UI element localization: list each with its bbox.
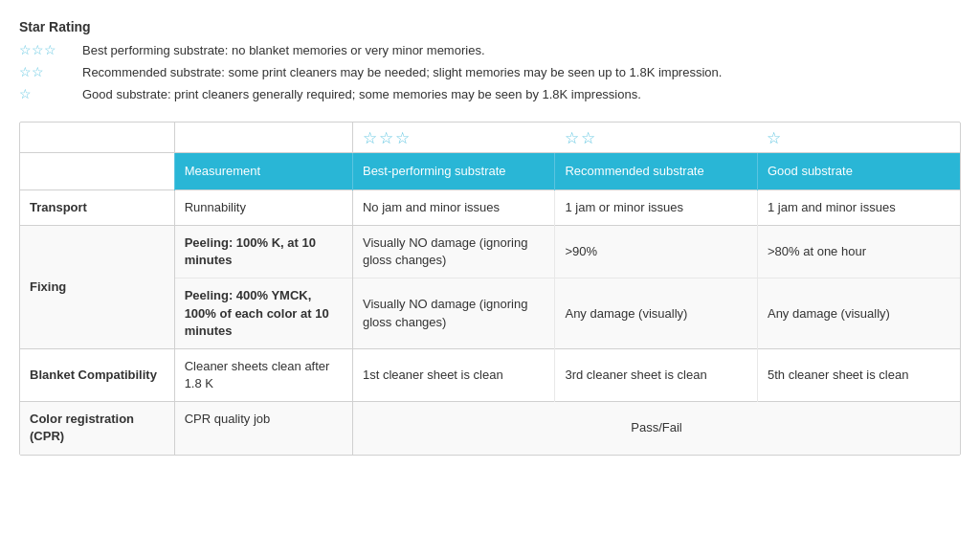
recommended-fixing-1: >90%: [555, 225, 758, 278]
measurement-cleaner: Cleaner sheets clean after 1.8 K: [174, 348, 352, 401]
header-best: Best-performing substrate: [352, 152, 555, 189]
best-fixing-1: Visually NO damage (ignoring gloss chang…: [352, 225, 555, 278]
category-transport: Transport: [20, 189, 174, 225]
table-row-transport: Transport Runnability No jam and minor i…: [20, 189, 960, 225]
header-recommended: Recommended substrate: [555, 152, 758, 189]
category-cpr: Color registration (CPR): [20, 402, 174, 455]
stars-header-row: ☆☆☆ ☆☆ ☆: [20, 123, 960, 153]
recommended-fixing-2: Any damage (visually): [555, 279, 758, 349]
header-measurement: Measurement: [174, 152, 352, 189]
legend-row-3star: ☆☆☆ Best performing substrate: no blanke…: [19, 42, 961, 59]
recommended-transport: 1 jam or minor issues: [555, 189, 758, 225]
recommended-blanket: 3rd cleaner sheet is clean: [555, 348, 758, 401]
header-category: [20, 152, 174, 189]
table-row-fixing-1: Fixing Peeling: 100% K, at 10 minutes Vi…: [20, 225, 960, 278]
good-transport: 1 jam and minor issues: [757, 189, 960, 225]
category-blanket: Blanket Compatibility: [20, 348, 174, 401]
header-good: Good substrate: [757, 152, 960, 189]
measurement-peeling-100k: Peeling: 100% K, at 10 minutes: [174, 225, 352, 278]
stars-col3: ☆☆☆: [352, 123, 555, 153]
legend-row-1star: ☆ Good substrate: print cleaners general…: [19, 86, 961, 103]
three-stars: ☆☆☆: [19, 42, 75, 57]
table-row-cpr: Color registration (CPR) CPR quality job…: [20, 402, 960, 455]
best-fixing-2: Visually NO damage (ignoring gloss chang…: [352, 279, 555, 349]
one-star: ☆: [19, 86, 75, 101]
good-blanket: 5th cleaner sheet is clean: [757, 348, 960, 401]
compatibility-table: ☆☆☆ ☆☆ ☆ Measurement Best-performing sub…: [19, 122, 961, 456]
best-transport: No jam and minor issues: [352, 189, 555, 225]
two-stars: ☆☆: [19, 64, 75, 79]
stars-col1-empty: [20, 123, 174, 153]
stars-col2-empty: [174, 123, 352, 153]
table-row-blanket: Blanket Compatibility Cleaner sheets cle…: [20, 348, 960, 401]
legend-desc-2star: Recommended substrate: some print cleane…: [82, 64, 722, 81]
good-fixing-2: Any damage (visually): [757, 279, 960, 349]
best-blanket: 1st cleaner sheet is clean: [352, 348, 555, 401]
column-header-row: Measurement Best-performing substrate Re…: [20, 152, 960, 189]
good-fixing-1: >80% at one hour: [757, 225, 960, 278]
category-fixing: Fixing: [20, 225, 174, 348]
legend-row-2star: ☆☆ Recommended substrate: some print cle…: [19, 64, 961, 81]
legend-desc-1star: Good substrate: print cleaners generally…: [82, 86, 641, 103]
legend-desc-3star: Best performing substrate: no blanket me…: [82, 42, 485, 59]
measurement-cpr: CPR quality job: [174, 402, 352, 455]
star-rating-legend: Star Rating ☆☆☆ Best performing substrat…: [19, 19, 961, 104]
cpr-pass-fail: Pass/Fail: [352, 402, 960, 455]
legend-title: Star Rating: [19, 19, 961, 34]
stars-col4: ☆☆: [555, 123, 758, 153]
stars-col5: ☆: [757, 123, 960, 153]
measurement-peeling-400ymck: Peeling: 400% YMCK, 100% of each color a…: [174, 279, 352, 349]
measurement-runnability: Runnability: [174, 189, 352, 225]
